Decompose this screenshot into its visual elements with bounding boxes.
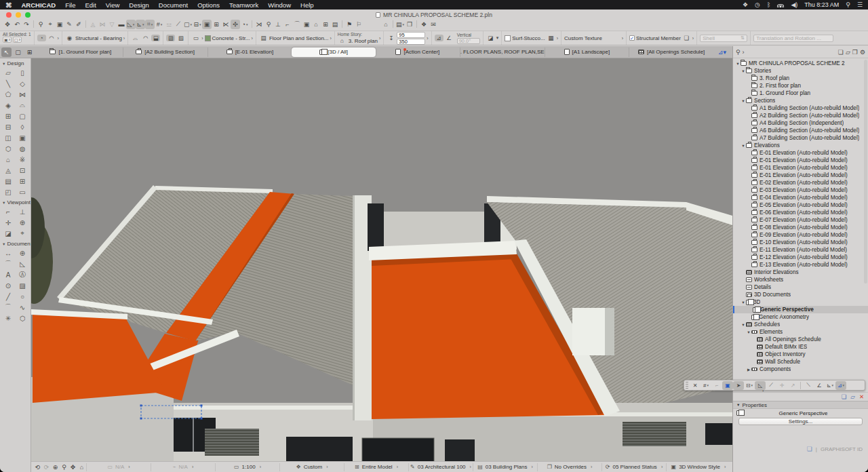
layout-book-icon[interactable]: ❐ bbox=[852, 49, 858, 56]
geometry-method-3-icon[interactable]: ⬓ bbox=[151, 35, 160, 41]
tree-item[interactable]: Object Inventory bbox=[733, 351, 868, 358]
door-tool[interactable]: ⊟ bbox=[1, 121, 16, 132]
zoom-in-icon[interactable]: ⊕ bbox=[51, 464, 60, 471]
menu-file[interactable]: File bbox=[65, 1, 75, 9]
sketch-icon[interactable]: ⟋ bbox=[766, 381, 776, 390]
autogroup-icon[interactable]: ✣ bbox=[231, 20, 240, 29]
layouts-icon[interactable]: ▤▾ bbox=[395, 20, 405, 29]
tree-item[interactable]: Worksheets bbox=[733, 276, 868, 283]
section-viewpoint-tool[interactable]: ⌐ bbox=[1, 206, 16, 217]
tree-item[interactable]: 2. First floor plan bbox=[733, 82, 868, 90]
arc-tool[interactable]: ⌒ bbox=[1, 302, 16, 313]
find-select-icon[interactable]: ⚲ bbox=[36, 20, 45, 29]
menu-design[interactable]: Design bbox=[129, 1, 149, 9]
guide-segment-icon[interactable]: ⌐ bbox=[711, 381, 722, 390]
toolbox-section-viewpoint[interactable]: ▼Viewpoint bbox=[0, 197, 31, 206]
roof-tool[interactable]: ⬠ bbox=[1, 89, 16, 100]
angle-dimension-tool[interactable]: ◺ bbox=[16, 258, 30, 269]
grid-display-icon[interactable]: ⚍ bbox=[164, 20, 174, 29]
tree-item[interactable]: E-07 Elevation (Auto-rebuild Model) bbox=[733, 216, 868, 224]
menu-archicad[interactable]: ARCHICAD bbox=[22, 1, 56, 9]
send-icon[interactable]: ✉ bbox=[429, 20, 438, 29]
favorites-icon[interactable]: ◠ bbox=[47, 35, 56, 41]
marquee-tool-icon[interactable]: ▢ bbox=[13, 47, 23, 57]
zone-tool[interactable]: ⌂ bbox=[1, 154, 16, 165]
redo-icon[interactable]: ↷ bbox=[22, 20, 31, 29]
tab--e-01-elevation-[interactable]: [E-01 Elevation] bbox=[208, 47, 292, 57]
tree-item[interactable]: E-10 Elevation (Auto-rebuild Model) bbox=[733, 239, 868, 246]
status-layer-set[interactable]: ▤03 Building Plans› bbox=[473, 463, 537, 471]
top-offset-input[interactable]: 95 bbox=[397, 32, 425, 38]
geometry-method-2-icon[interactable]: ◠ bbox=[141, 35, 150, 41]
flag-add-icon[interactable]: ⚐ bbox=[354, 20, 363, 29]
dimension-tool[interactable]: ↔ bbox=[1, 248, 16, 258]
tree-item[interactable]: ▼3D bbox=[733, 298, 868, 306]
panel-icon[interactable]: ▤ bbox=[330, 20, 340, 29]
tab-overview-icon[interactable]: ⊞ bbox=[24, 47, 35, 57]
slope-icon[interactable]: ⊿▾ bbox=[835, 381, 846, 390]
roof-tool-shortcut-icon[interactable]: ⌂ bbox=[311, 20, 321, 29]
fill-tool[interactable]: ▨ bbox=[16, 280, 30, 291]
drawing-tool[interactable]: ⬡ bbox=[16, 313, 30, 323]
tree-item[interactable]: ▼Stories bbox=[733, 67, 868, 75]
control-center-icon[interactable]: ☰ bbox=[857, 1, 863, 8]
circle-tool[interactable]: ○ bbox=[16, 291, 30, 302]
volume-icon[interactable]: ◀) bbox=[791, 1, 797, 8]
snap-points-icon[interactable]: ⌗▾ bbox=[145, 20, 155, 29]
split-icon[interactable]: ⋉ bbox=[221, 20, 231, 29]
status-overrides[interactable]: ❐No Overrides› bbox=[537, 463, 601, 471]
menu-window[interactable]: Window bbox=[268, 1, 291, 9]
texture-combo[interactable]: Custom Texture › bbox=[561, 31, 627, 45]
tree-item[interactable]: ▶Components bbox=[733, 366, 868, 373]
marker-down-icon[interactable]: ▽ bbox=[107, 20, 117, 29]
curtain-wall-tool[interactable]: ⌓ bbox=[16, 100, 30, 111]
status-scale[interactable]: ▭1:100› bbox=[215, 463, 279, 471]
camera-viewpoint-tool[interactable]: ⌖ bbox=[16, 228, 30, 239]
snap-grid-icon[interactable]: #▾ bbox=[155, 20, 164, 29]
status-renovation-filter[interactable]: ⟳05 Planned Status› bbox=[601, 463, 666, 471]
worksheet-tool[interactable]: ⊕ bbox=[16, 217, 30, 228]
tree-item[interactable]: A1 Building Section (Auto-rebuild Model) bbox=[733, 104, 868, 112]
tree-item[interactable]: Generic Perspective bbox=[733, 306, 868, 313]
tab-chart-button[interactable]: ⊿▾ bbox=[713, 47, 731, 57]
tree-item[interactable]: E-11 Elevation (Auto-rebuild Model) bbox=[733, 246, 868, 254]
geometry-method-1-icon[interactable]: ⌓ bbox=[131, 35, 140, 42]
line-tool[interactable]: ╱ bbox=[1, 291, 16, 302]
flag-icon[interactable]: ⚑ bbox=[344, 20, 354, 29]
tree-item[interactable]: E-04 Elevation (Auto-rebuild Model) bbox=[733, 194, 868, 201]
tree-item[interactable]: E-01 Elevation (Auto-rebuild Model) bbox=[733, 172, 868, 179]
status-structure-display[interactable]: ⊞Entire Model› bbox=[344, 463, 408, 471]
suspend-groups-icon[interactable]: ✕ bbox=[690, 381, 701, 390]
fit-view-icon[interactable]: ⌂ bbox=[77, 464, 86, 471]
opening-tool[interactable]: ▣ bbox=[16, 132, 30, 143]
inject-parameters-icon[interactable]: ✐ bbox=[74, 20, 83, 29]
tree-item[interactable]: Details bbox=[733, 283, 868, 291]
menu-clock[interactable]: Thu 8:23 AM bbox=[804, 1, 839, 8]
snap-guides-icon[interactable]: ⊾▾ bbox=[136, 20, 145, 29]
view-forward-icon[interactable]: ⟳ bbox=[42, 464, 51, 471]
sync-icon[interactable]: ❖ bbox=[743, 1, 748, 8]
groups-icon[interactable]: ▣ bbox=[202, 20, 212, 29]
bluetooth-icon[interactable]: ᛒ bbox=[767, 1, 770, 8]
skylight-tool[interactable]: ◫ bbox=[1, 132, 16, 143]
menu-help[interactable]: Help bbox=[300, 1, 314, 9]
adjust-icon[interactable]: ⊥ bbox=[273, 20, 283, 29]
column-tool[interactable]: ▯ bbox=[16, 67, 30, 78]
element-classification-combo[interactable]: ◉ Structural - Bearing › bbox=[62, 31, 128, 45]
home-story-value[interactable]: 3. Roof plan bbox=[349, 38, 378, 44]
edit-plane-icon[interactable]: ▣ bbox=[722, 381, 733, 390]
detail-tool[interactable]: ◪ bbox=[1, 228, 16, 239]
beam-tool[interactable]: ╲ bbox=[1, 78, 16, 89]
tree-item[interactable]: E-01 Elevation (Auto-rebuild Model) bbox=[733, 157, 868, 164]
status-layer-na[interactable]: ▭N/A› bbox=[86, 463, 151, 471]
interior-elevation-tool[interactable]: ✛ bbox=[1, 217, 16, 228]
publish-icon[interactable]: ❖ bbox=[419, 20, 429, 29]
railing-tool[interactable]: ▢ bbox=[16, 111, 30, 121]
tab--1-floor-plans-roof-plan-secti-[interactable]: [1. FLOOR PLANS, ROOF PLAN,SECTI... bbox=[460, 47, 545, 57]
tree-item[interactable]: E-03 Elevation (Auto-rebuild Model) bbox=[733, 186, 868, 194]
expand-icon[interactable]: › bbox=[743, 49, 745, 56]
figure-tool[interactable]: ▭ bbox=[16, 186, 30, 197]
tree-item[interactable]: E-01 Elevation (Auto-rebuild Model) bbox=[733, 164, 868, 172]
core-structure-combo[interactable]: ▭ › Concrete - Str... › bbox=[189, 31, 256, 45]
tree-item[interactable]: E-13 Elevation (Auto-rebuild Model) bbox=[733, 261, 868, 269]
